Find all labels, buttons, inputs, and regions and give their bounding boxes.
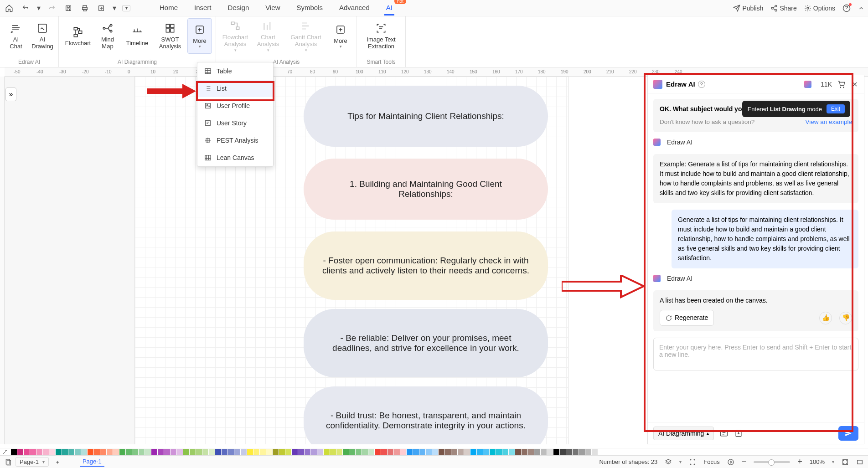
- tab-design[interactable]: Design: [226, 1, 251, 15]
- send-button[interactable]: [838, 426, 858, 441]
- color-swatch[interactable]: [560, 449, 566, 455]
- color-swatch[interactable]: [483, 449, 489, 455]
- color-swatch[interactable]: [222, 449, 227, 455]
- color-swatch[interactable]: [113, 449, 119, 455]
- color-swatch[interactable]: [43, 449, 49, 455]
- help-icon[interactable]: [842, 4, 851, 12]
- color-swatch[interactable]: [541, 449, 547, 455]
- fit-page-icon[interactable]: [842, 458, 849, 466]
- presentation-icon[interactable]: [727, 458, 734, 466]
- ai-query-input[interactable]: Enter your query here. Press Enter to se…: [653, 338, 858, 370]
- color-swatch[interactable]: [413, 449, 419, 455]
- list-bubble-5[interactable]: - Build trust: Be honest, transparent, a…: [304, 386, 548, 444]
- color-swatch[interactable]: [356, 449, 362, 455]
- exit-mode-button[interactable]: Exit: [827, 104, 845, 113]
- list-bubble-4[interactable]: - Be reliable: Deliver on your promises,…: [304, 309, 548, 377]
- color-swatch[interactable]: [196, 449, 202, 455]
- tab-symbols[interactable]: Symbols: [294, 1, 325, 15]
- color-swatch[interactable]: [400, 449, 406, 455]
- color-swatch[interactable]: [515, 449, 521, 455]
- flowchart-analysis-button[interactable]: FlowchartAnalysis▾: [220, 18, 251, 54]
- color-swatch[interactable]: [183, 449, 189, 455]
- dropdown-item-user-story[interactable]: User Story: [197, 114, 273, 132]
- home-icon[interactable]: [4, 3, 15, 14]
- export-chat-icon[interactable]: [734, 429, 743, 438]
- tab-home[interactable]: Home: [158, 1, 180, 15]
- undo-icon[interactable]: [20, 3, 31, 14]
- swot-button[interactable]: SWOTAnalysis: [155, 18, 186, 54]
- save-icon[interactable]: [63, 3, 74, 14]
- color-swatch[interactable]: [49, 449, 55, 455]
- more-analysis-button[interactable]: More▾: [328, 18, 353, 54]
- color-swatch[interactable]: [394, 449, 400, 455]
- color-swatch[interactable]: [279, 449, 285, 455]
- color-swatch[interactable]: [343, 449, 349, 455]
- color-swatch[interactable]: [241, 449, 247, 455]
- color-swatch[interactable]: [362, 449, 368, 455]
- color-swatch[interactable]: [534, 449, 540, 455]
- chart-analysis-button[interactable]: ChartAnalysis▾: [253, 18, 284, 54]
- color-swatch[interactable]: [432, 449, 438, 455]
- color-swatch[interactable]: [585, 449, 591, 455]
- color-swatch[interactable]: [598, 449, 604, 455]
- share-button[interactable]: Share: [770, 5, 796, 12]
- export-dropdown-icon[interactable]: ▾: [112, 3, 117, 14]
- more-diagramming-button[interactable]: More▾: [187, 18, 212, 54]
- color-swatch[interactable]: [592, 449, 598, 455]
- color-swatch[interactable]: [509, 449, 515, 455]
- add-page-button[interactable]: ＋: [53, 458, 62, 467]
- color-swatch[interactable]: [247, 449, 253, 455]
- color-swatch[interactable]: [260, 449, 266, 455]
- color-swatch[interactable]: [458, 449, 464, 455]
- dropdown-item-pest[interactable]: PEST Analysis: [197, 132, 273, 149]
- color-swatch[interactable]: [151, 449, 157, 455]
- color-swatch[interactable]: [547, 449, 553, 455]
- color-swatch[interactable]: [228, 449, 234, 455]
- color-swatch[interactable]: [336, 449, 342, 455]
- color-swatch[interactable]: [164, 449, 170, 455]
- tab-advanced[interactable]: Advanced: [337, 1, 372, 15]
- print-icon[interactable]: [79, 3, 90, 14]
- page-tab[interactable]: Page-1: [80, 457, 104, 467]
- tab-insert[interactable]: Insert: [192, 1, 213, 15]
- dropdown-item-list[interactable]: List: [197, 80, 273, 97]
- list-bubble-3[interactable]: - Foster open communication: Regularly c…: [304, 231, 548, 300]
- color-swatch[interactable]: [132, 449, 138, 455]
- color-swatch[interactable]: [375, 449, 381, 455]
- zoom-out-button[interactable]: −: [742, 457, 747, 467]
- tab-view[interactable]: View: [264, 1, 282, 15]
- color-swatch[interactable]: [253, 449, 259, 455]
- color-swatch[interactable]: [490, 449, 496, 455]
- color-swatch[interactable]: [17, 449, 23, 455]
- ai-mode-selector[interactable]: AI Diagramming▴: [653, 427, 714, 440]
- thumbs-up-icon[interactable]: 👍: [819, 312, 832, 324]
- color-swatch[interactable]: [528, 449, 534, 455]
- color-swatch[interactable]: [56, 449, 62, 455]
- fullscreen-icon[interactable]: [856, 458, 863, 466]
- dropdown-item-user-profile[interactable]: User Profile: [197, 97, 273, 114]
- color-swatch[interactable]: [502, 449, 508, 455]
- color-swatch[interactable]: [439, 449, 444, 455]
- view-example-link[interactable]: View an example: [805, 118, 852, 127]
- color-swatch[interactable]: [234, 449, 240, 455]
- color-swatch[interactable]: [553, 449, 559, 455]
- mindmap-button[interactable]: MindMap: [95, 18, 120, 54]
- regenerate-button[interactable]: Regenerate: [660, 310, 714, 326]
- cart-icon[interactable]: [837, 80, 846, 88]
- color-swatch[interactable]: [119, 449, 125, 455]
- color-swatch[interactable]: [139, 449, 145, 455]
- color-swatch[interactable]: [62, 449, 68, 455]
- color-swatch[interactable]: [36, 449, 42, 455]
- dropdown-item-lean-canvas[interactable]: Lean Canvas: [197, 149, 273, 166]
- list-bubble-2[interactable]: 1. Building and Maintaining Good Client …: [304, 159, 548, 220]
- color-swatch[interactable]: [381, 449, 387, 455]
- color-swatch[interactable]: [215, 449, 221, 455]
- color-swatch[interactable]: [126, 449, 132, 455]
- color-swatch[interactable]: [522, 449, 527, 455]
- color-swatch[interactable]: [94, 449, 100, 455]
- help-icon[interactable]: ?: [698, 81, 705, 88]
- color-swatch[interactable]: [209, 449, 215, 455]
- color-swatch[interactable]: [451, 449, 457, 455]
- color-swatch[interactable]: [368, 449, 374, 455]
- tab-ai[interactable]: AIhot: [384, 1, 394, 15]
